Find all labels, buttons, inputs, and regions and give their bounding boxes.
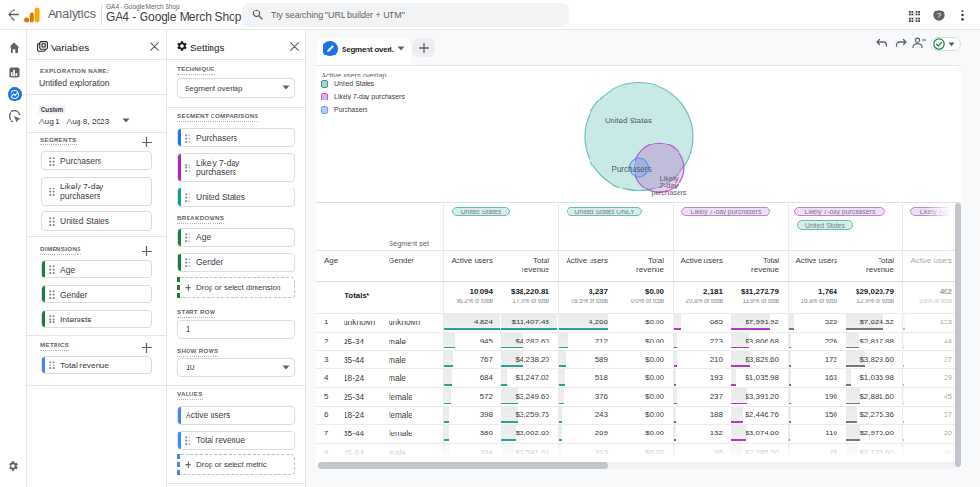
svg-text:United States: United States	[605, 117, 652, 125]
svg-text:purchasers: purchasers	[651, 188, 686, 197]
svg-text:Purchasers: Purchasers	[612, 166, 651, 174]
svg-text:?: ?	[937, 11, 942, 20]
